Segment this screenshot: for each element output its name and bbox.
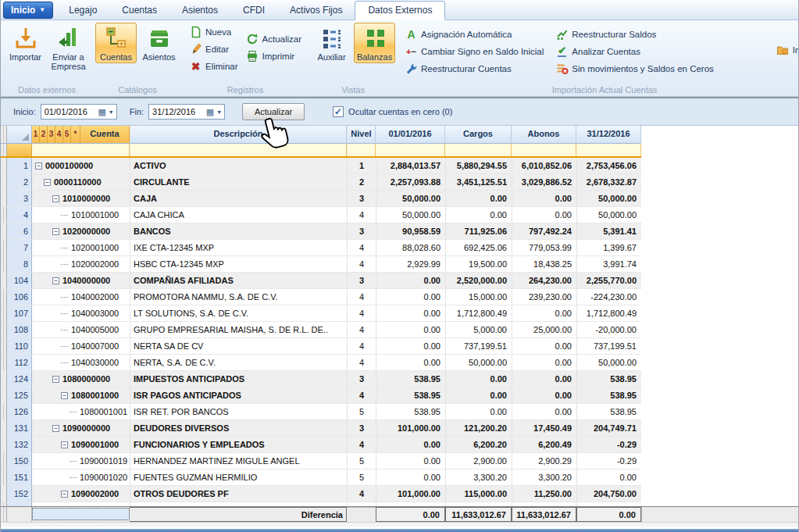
table-row[interactable]: 1−0000100000ACTIVO12,884,013.575,880,294… (1, 158, 641, 174)
expand-collapse-box[interactable]: − (52, 195, 59, 202)
sin-movimientos-button[interactable]: Sin movimientos y Saldos en Ceros (555, 62, 714, 75)
row-number[interactable]: 3 (7, 191, 32, 207)
fecha-fin-input[interactable] (149, 107, 205, 116)
expand-collapse-box[interactable]: − (44, 179, 51, 186)
table-row[interactable]: 125−1080001000ISR PAGOS ANTICIPADOS4538.… (1, 387, 641, 404)
expand-collapse-box[interactable]: − (35, 162, 42, 170)
ocultar-cuentas-checkbox[interactable]: ✓ (333, 106, 344, 117)
importar-cuentas-empresa-button[interactable]: Importar cuentas de la empresa actual (776, 44, 799, 57)
filter-cell-descripcion[interactable] (130, 144, 347, 156)
row-number[interactable]: 112 (7, 355, 32, 371)
row-number[interactable]: 110 (7, 338, 32, 355)
table-row[interactable]: 81020002000HSBC CTA-12345 MXP42,929.9919… (1, 256, 641, 273)
tab-activos-fijos[interactable]: Activos Fijos (277, 2, 355, 20)
table-row[interactable]: 2−0000110000CIRCULANTE22,257,093.883,451… (1, 174, 641, 191)
table-row[interactable]: 41010001000CAJA CHICA450,000.000.000.005… (1, 207, 641, 223)
fecha-inicio-input[interactable] (41, 107, 98, 116)
table-row[interactable]: 1501090001019HERNANDEZ MARTINEZ MIGULE A… (1, 453, 641, 470)
balanzas-button[interactable]: Balanzas (354, 23, 395, 63)
table-row[interactable]: 104−1040000000COMPAÑIAS AFILIADAS30.002,… (1, 273, 641, 289)
cuentas-button[interactable]: Cuentas (95, 23, 137, 63)
column-header-cuenta[interactable]: Cuenta (80, 126, 130, 144)
dropdown-arrow-icon[interactable]: ▼ (215, 109, 224, 115)
row-number[interactable]: 7 (7, 240, 32, 256)
row-number[interactable]: 8 (7, 256, 32, 273)
expand-collapse-box[interactable]: − (52, 277, 59, 284)
row-number[interactable]: 152 (7, 486, 32, 502)
dropdown-arrow-icon[interactable]: ▼ (107, 109, 116, 115)
level-header-2[interactable]: 2 (40, 126, 48, 144)
level-header-4[interactable]: 4 (55, 126, 63, 144)
row-number[interactable]: 153 (7, 502, 32, 506)
column-header-cargos[interactable]: Cargos (445, 126, 512, 144)
importar-button[interactable]: Importar (5, 23, 46, 63)
fecha-inicio-field[interactable]: ▦ ▼ (41, 104, 117, 120)
expand-collapse-box[interactable]: − (52, 376, 59, 383)
table-row[interactable]: 1071040003000LT SOLUTIONS, S.A. DE C.V.4… (1, 305, 641, 322)
cambiar-signo-button[interactable]: +− Cambiar Signo en Saldo Inicial (405, 45, 544, 58)
table-row[interactable]: 3−1010000000CAJA350,000.000.000.0050,000… (1, 191, 641, 207)
tab-asientos[interactable]: Asientos (169, 2, 230, 20)
fecha-fin-field[interactable]: ▦ ▼ (148, 104, 225, 120)
row-number[interactable]: 104 (7, 273, 32, 289)
level-header-1[interactable]: 1 (32, 126, 40, 144)
row-number[interactable]: 6 (7, 223, 32, 240)
tab-cfdi[interactable]: CFDI (230, 2, 277, 20)
nueva-button[interactable]: Nueva (189, 25, 238, 38)
table-row[interactable]: 6−1020000000BANCOS390,958.59711,925.0679… (1, 223, 641, 240)
table-row[interactable]: 1261080001001ISR RET. POR BANCOS5538.950… (1, 404, 641, 420)
row-number[interactable]: 124 (7, 371, 32, 387)
filter-cell-cuenta[interactable] (32, 144, 130, 156)
table-row[interactable]: 1101040007000NERTA SA DE CV40.00737,199.… (1, 338, 641, 355)
row-number[interactable]: 150 (7, 453, 32, 470)
expand-collapse-box[interactable]: − (52, 425, 59, 432)
filter-cell-nivel[interactable] (347, 144, 376, 156)
table-row[interactable]: 1081040005000GRUPO EMPRESARIAL MAISHA, S… (1, 322, 641, 338)
column-header-abonos[interactable]: Abonos (512, 126, 576, 144)
table-row[interactable]: 152−1090002000OTROS DEUDORES PF4101,000.… (1, 486, 641, 502)
editar-button[interactable]: Editar (189, 42, 238, 55)
tab-datos-externos[interactable]: Datos Externos (355, 1, 445, 20)
actualizar-ribbon-button[interactable]: Actualizar (246, 32, 302, 45)
row-number[interactable]: 4 (7, 207, 32, 223)
tab-legajo[interactable]: Legajo (56, 2, 109, 20)
column-header-descripcion[interactable]: Descripción (130, 126, 347, 144)
filter-cell-abonos[interactable] (512, 144, 576, 156)
asientos-button[interactable]: Asientos (138, 23, 180, 63)
table-row[interactable]: 1511090001020FUENTES GUZMAN HERMILIO50.0… (1, 470, 641, 486)
table-row[interactable]: 131−1090000000DEUDORES DIVERSOS3101,000.… (1, 420, 641, 437)
filter-cell-cargos[interactable] (445, 144, 512, 156)
level-header-all[interactable]: * (71, 126, 80, 144)
filter-cell-saldo-inicial[interactable] (376, 144, 445, 156)
row-number[interactable]: 151 (7, 470, 32, 486)
expand-collapse-box[interactable]: − (61, 491, 68, 498)
select-all-corner[interactable] (7, 126, 32, 144)
row-number[interactable]: 2 (7, 174, 32, 191)
column-header-saldo-inicial[interactable]: 01/01/2016 (376, 126, 445, 144)
table-row[interactable]: 71020001000IXE CTA-12345 MXP488,028.6069… (1, 240, 641, 256)
table-row[interactable]: 124−1080000000IMPUESTOS ANTICIPADOS3538.… (1, 371, 641, 387)
row-number[interactable]: 106 (7, 289, 32, 305)
auxiliar-button[interactable]: Auxiliar (311, 23, 352, 63)
table-row[interactable]: 132−1090001000FUNCIONARIOS Y EMPLEADOS40… (1, 437, 641, 453)
expand-collapse-box[interactable]: − (61, 441, 68, 448)
expand-collapse-box[interactable]: − (52, 228, 59, 235)
imprimir-button[interactable]: Imprimir (246, 49, 302, 62)
table-row[interactable]: 1531090002004RODRIGUEZ5101,000.000.004,5… (1, 502, 641, 506)
level-header-5[interactable]: 5 (63, 126, 71, 144)
row-number[interactable]: 1 (7, 158, 32, 174)
asignacion-automatica-button[interactable]: A Asignación Automática (405, 27, 544, 41)
row-number[interactable]: 108 (7, 322, 32, 338)
reestructurar-cuentas-button[interactable]: Reestructurar Cuentas (405, 62, 544, 75)
analizar-cuentas-button[interactable]: ✔ Analizar Cuentas (555, 45, 714, 58)
filter-cell-saldo-final[interactable] (576, 144, 641, 156)
row-number[interactable]: 132 (7, 437, 32, 453)
reestructurar-saldos-button[interactable]: Reestructurar Saldos (555, 27, 714, 41)
tab-cuentas[interactable]: Cuentas (109, 2, 169, 20)
calendar-icon[interactable]: ▦ (205, 108, 215, 116)
row-number[interactable]: 125 (7, 387, 32, 404)
table-row[interactable]: 1121040030000NERTA, S.A. DE C.V.40.0050,… (1, 355, 641, 371)
app-menu-button[interactable]: Inicio ▼ (3, 2, 53, 19)
enviar-a-empresa-button[interactable]: Enviar a Empresa (48, 23, 89, 73)
row-number[interactable]: 131 (7, 420, 32, 437)
